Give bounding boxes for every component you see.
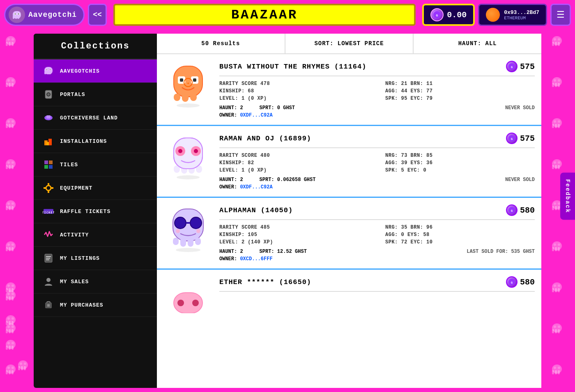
- sidebar-item-label: TILES: [60, 162, 78, 168]
- item-owner-row: OWNER: 0XCD...6FFF: [219, 256, 535, 262]
- sidebar-item-my-sales[interactable]: MY SALES: [34, 270, 157, 293]
- item-owner-row: OWNER: 0XDF...C92A: [219, 184, 535, 190]
- sidebar-item-my-listings[interactable]: MY LISTINGS: [34, 247, 157, 270]
- sidebar-item-tiles[interactable]: TILES: [34, 153, 157, 177]
- svg-rect-83: [173, 238, 179, 245]
- svg-rect-37: [48, 183, 49, 186]
- sidebar-item-my-purchases[interactable]: MY PURCHASES: [34, 293, 157, 317]
- item-footer: HAUNT: 2 SPRT: 12.52 GHST LAST SOLD FOR:…: [219, 249, 535, 254]
- svg-rect-33: [49, 160, 53, 164]
- item-image: [163, 276, 213, 326]
- svg-rect-31: [46, 142, 49, 145]
- item-image: ✦: [163, 61, 213, 110]
- feedback-button[interactable]: Feedback: [560, 172, 575, 220]
- sidebar-item-installations[interactable]: INSTALLATIONS: [34, 130, 157, 153]
- gotchiverse-icon: [42, 111, 55, 124]
- installations-icon: [42, 135, 55, 148]
- wallet-button[interactable]: 0x93...2Bd7 ETHEREUM: [478, 4, 547, 26]
- svg-point-91: [177, 300, 184, 306]
- item-details: ETHER ****** (16650) G 580: [219, 276, 535, 326]
- sidebar-item-label: PORTALS: [60, 92, 85, 98]
- svg-text:G: G: [511, 66, 513, 69]
- sidebar-item-gotchiverse-land[interactable]: GOTCHIVERSE LAND: [34, 106, 157, 130]
- svg-rect-30: [48, 139, 52, 145]
- results-filter[interactable]: 50 Results: [157, 34, 285, 53]
- filter-bar: 50 Results SORT: LOWEST PRICE HAUNT: ALL: [157, 34, 541, 54]
- svg-point-48: [46, 278, 51, 282]
- sidebar-item-aavegotchis[interactable]: AAVEGOTCHIS: [34, 60, 157, 83]
- haunt-filter[interactable]: HAUNT: ALL: [414, 34, 541, 53]
- sidebar-item-portals[interactable]: PORTALS: [34, 83, 157, 106]
- item-stats: RARITY SCORE 478 NRG: 21 BRN: 11 KINSHIP…: [219, 80, 535, 102]
- svg-point-26: [47, 93, 50, 96]
- ghst-balance-button[interactable]: G 0.00: [422, 4, 475, 26]
- svg-point-87: [176, 248, 200, 252]
- item-footer: HAUNT: 2 SPRT: 0.062658 GHST NEVER SOLD: [219, 177, 535, 183]
- sidebar-item-label: AAVEGOTCHIS: [60, 68, 100, 74]
- ghst-badge-icon: G: [506, 61, 518, 72]
- item-card: ALPHAMAN (14050) G 580 RARITY SCORE 485 …: [157, 198, 541, 270]
- stat-agg: AGG: 44 EYS: 77: [385, 88, 535, 94]
- owner-link[interactable]: 0XCD...6FFF: [240, 256, 272, 262]
- svg-point-82: [196, 229, 200, 233]
- item-image: [163, 133, 213, 182]
- sidebar-header: Collections: [34, 34, 157, 60]
- svg-rect-9: [18, 16, 19, 19]
- item-price: G 580: [506, 276, 535, 288]
- item-name: BUSTA WITHOUT THE RHYMES (11164): [219, 63, 366, 71]
- svg-rect-50: [47, 304, 50, 307]
- svg-rect-54: [180, 78, 183, 82]
- content-area: 50 Results SORT: LOWEST PRICE HAUNT: ALL: [157, 34, 541, 388]
- sidebar: Collections AAVEGOTCHIS PORTALS GOTCHIVE…: [34, 34, 157, 388]
- svg-point-61: [177, 103, 200, 108]
- item-name: RAMAN AND OJ (16899): [219, 135, 311, 142]
- svg-rect-84: [180, 238, 186, 247]
- tiles-icon: [42, 158, 55, 171]
- item-title-row: ETHER ****** (16650) G 580: [219, 276, 535, 292]
- menu-button[interactable]: ☰: [550, 4, 571, 26]
- item-stats: RARITY SCORE 485 NRG: 35 BRN: 96 KINSHIP…: [219, 224, 535, 245]
- svg-rect-71: [189, 165, 195, 174]
- sidebar-item-label: EQUIPMENT: [60, 185, 92, 191]
- owner-link[interactable]: 0XDF...C92A: [240, 112, 272, 118]
- svg-rect-57: [182, 94, 189, 102]
- my-listings-icon: [42, 252, 55, 265]
- item-card: RAMAN AND OJ (16899) G 575 RARITY SCORE …: [157, 126, 541, 198]
- item-details: RAMAN AND OJ (16899) G 575 RARITY SCORE …: [219, 133, 535, 190]
- activity-icon: [42, 228, 55, 241]
- aavegotchis-icon: [42, 64, 55, 78]
- sidebar-item-raffle-tickets[interactable]: TICKET RAFFLE TICKETS: [34, 200, 157, 223]
- svg-rect-8: [15, 16, 17, 19]
- item-name: ETHER ****** (16650): [219, 278, 311, 286]
- back-button[interactable]: <<: [88, 4, 107, 26]
- svg-rect-56: [174, 94, 180, 101]
- svg-rect-7: [13, 16, 14, 19]
- stat-rarity: RARITY SCORE 478: [219, 80, 369, 87]
- item-details: ALPHAMAN (14050) G 580 RARITY SCORE 485 …: [219, 204, 535, 262]
- svg-point-78: [175, 217, 186, 229]
- svg-point-92: [192, 300, 199, 306]
- ghst-amount: 0.00: [447, 10, 467, 20]
- wallet-address: 0x93...2Bd7: [504, 9, 539, 16]
- sidebar-item-equipment[interactable]: EQUIPMENT: [34, 177, 157, 200]
- item-stats: RARITY SCORE 480 NRG: 73 BRN: 85 KINSHIP…: [219, 152, 535, 174]
- sidebar-item-activity[interactable]: ACTIVITY: [34, 223, 157, 247]
- ghst-badge-icon: G: [506, 204, 518, 216]
- svg-rect-45: [46, 256, 51, 257]
- svg-rect-28: [46, 115, 51, 119]
- raffle-tickets-icon: TICKET: [42, 205, 55, 218]
- sidebar-item-label: RAFFLE TICKETS: [60, 209, 110, 215]
- logo-button[interactable]: Aavegotchi: [4, 4, 85, 26]
- svg-point-12: [15, 14, 16, 14]
- svg-text:G: G: [436, 14, 438, 17]
- item-price: G 580: [506, 204, 535, 216]
- sort-filter[interactable]: SORT: LOWEST PRICE: [285, 34, 414, 53]
- item-card: ✦ BUSTA WITHOUT THE RHYMES (11164) G 575: [157, 54, 541, 126]
- svg-point-23: [50, 69, 51, 70]
- svg-point-13: [18, 14, 19, 14]
- owner-link[interactable]: 0XDF...C92A: [240, 184, 272, 190]
- svg-rect-85: [188, 238, 193, 247]
- svg-rect-58: [190, 94, 197, 101]
- svg-rect-35: [49, 165, 53, 169]
- sidebar-item-label: MY SALES: [60, 279, 89, 285]
